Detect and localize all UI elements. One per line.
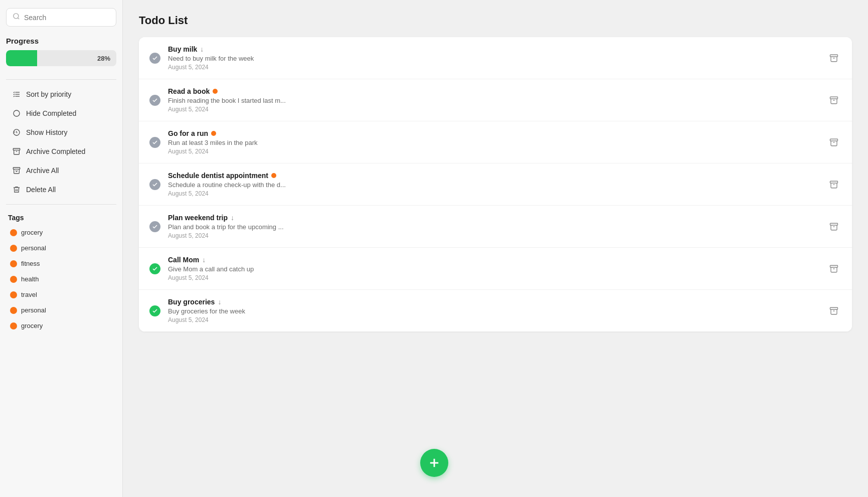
tags-label: Tags [6,214,116,222]
archive-completed-icon [12,147,21,156]
arrow-down-icon-1: ↓ [200,45,204,53]
search-box[interactable] [6,8,116,27]
menu-archive-all[interactable]: Archive All [6,161,116,180]
main-content: Todo List Buy milk ↓ Need to buy milk fo… [123,0,868,497]
tag-item-grocery-1[interactable]: grocery [6,226,116,239]
todo-item-dentist[interactable]: Schedule dentist appointment Schedule a … [139,163,852,206]
archive-button-1[interactable] [826,50,842,66]
todo-check-5[interactable] [149,221,161,233]
todo-item-read-book[interactable]: Read a book Finish reading the book I st… [139,79,852,121]
progress-section: Progress 28% [6,37,116,66]
archive-button-4[interactable] [826,177,842,193]
todo-title-row-5: Plan weekend trip ↓ [168,214,819,222]
check-circle-grey-5 [149,221,160,232]
todo-item-call-mom[interactable]: Call Mom ↓ Give Mom a call and catch up … [139,248,852,290]
tag-dot [10,322,17,329]
todo-content-7: Buy groceries ↓ Buy groceries for the we… [168,298,819,323]
check-circle-grey-3 [149,137,160,148]
todo-title-row-3: Go for a run [168,129,819,137]
tag-dot [10,276,17,283]
todo-content-3: Go for a run Run at least 3 miles in the… [168,129,819,155]
todo-item-buy-groceries[interactable]: Buy groceries ↓ Buy groceries for the we… [139,290,852,332]
archive-button-7[interactable] [826,303,842,319]
tag-dot [10,291,17,298]
archive-button-2[interactable] [826,92,842,108]
todo-content-6: Call Mom ↓ Give Mom a call and catch up … [168,256,819,281]
archive-button-3[interactable] [826,134,842,150]
todo-title-7: Buy groceries [168,298,215,306]
menu-label-sort: Sort by priority [26,90,71,98]
todo-check-4[interactable] [149,179,161,191]
todo-check-2[interactable] [149,94,161,106]
todo-desc-3: Run at least 3 miles in the park [168,139,819,146]
todo-title-4: Schedule dentist appointment [168,172,268,180]
search-icon [13,13,20,22]
tag-item-personal-1[interactable]: personal [6,241,116,255]
tag-label: health [21,275,39,283]
todo-item-trip[interactable]: Plan weekend trip ↓ Plan and book a trip… [139,206,852,248]
todo-desc-4: Schedule a routine check-up with the d..… [168,181,819,189]
menu-label-archive-all: Archive All [26,167,59,175]
priority-dot-4 [271,173,276,178]
search-input[interactable] [24,14,110,22]
archive-button-6[interactable] [826,261,842,277]
circle-icon [12,109,21,118]
todo-title-row-6: Call Mom ↓ [168,256,819,264]
check-circle-grey [149,53,160,64]
svg-point-5 [14,110,20,116]
svg-rect-19 [830,265,838,267]
page-title: Todo List [139,14,852,27]
todo-content-2: Read a book Finish reading the book I st… [168,87,819,113]
todo-title-3: Go for a run [168,129,208,137]
todo-date-2: August 5, 2024 [168,106,819,113]
todo-check-6[interactable] [149,263,161,275]
todo-check-1[interactable] [149,52,161,64]
todo-item-run[interactable]: Go for a run Run at least 3 miles in the… [139,121,852,163]
todo-desc-6: Give Mom a call and catch up [168,265,819,273]
tag-label: personal [21,244,46,252]
tag-dot [10,229,17,236]
tag-item-fitness[interactable]: fitness [6,257,116,270]
sidebar: Progress 28% Sort by priority Hide Compl… [0,0,123,497]
todo-title-1: Buy milk [168,45,197,53]
menu-delete-all[interactable]: Delete All [6,180,116,199]
todo-item-buy-milk[interactable]: Buy milk ↓ Need to buy milk for the week… [139,37,852,79]
todo-title-6: Call Mom [168,256,199,264]
todo-check-7[interactable] [149,305,161,317]
priority-dot-2 [213,89,218,94]
archive-all-icon [12,166,21,175]
progress-label: Progress [6,37,116,45]
tag-dot [10,260,17,267]
check-circle-done-6 [149,263,160,274]
todo-content-1: Buy milk ↓ Need to buy milk for the week… [168,45,819,71]
tag-label: fitness [21,260,40,267]
todo-desc-2: Finish reading the book I started last m… [168,97,819,104]
todo-content-4: Schedule dentist appointment Schedule a … [168,172,819,197]
menu-label-delete-all: Delete All [26,186,56,194]
menu-sort-priority[interactable]: Sort by priority [6,85,116,104]
tag-item-travel[interactable]: travel [6,288,116,301]
add-todo-button[interactable] [420,449,448,477]
progress-percent: 28% [97,55,110,62]
tag-label: grocery [21,229,43,236]
tag-dot [10,245,17,252]
divider-1 [6,79,116,80]
check-circle-grey-4 [149,179,160,190]
todo-date-1: August 5, 2024 [168,64,819,71]
archive-button-5[interactable] [826,219,842,235]
trash-icon [12,185,21,194]
tag-item-personal-2[interactable]: personal [6,303,116,317]
svg-rect-13 [830,139,838,141]
arrow-down-icon-7: ↓ [218,298,221,306]
svg-rect-15 [830,181,838,183]
todo-check-3[interactable] [149,136,161,148]
tags-section: Tags grocery personal fitness health tra… [6,214,116,335]
todo-desc-1: Need to buy milk for the week [168,55,819,62]
menu-archive-completed[interactable]: Archive Completed [6,142,116,161]
tag-label: travel [21,291,37,298]
todo-title-row-2: Read a book [168,87,819,95]
tag-item-grocery-2[interactable]: grocery [6,319,116,333]
tag-item-health[interactable]: health [6,272,116,286]
menu-show-history[interactable]: Show History [6,123,116,142]
menu-hide-completed[interactable]: Hide Completed [6,104,116,123]
